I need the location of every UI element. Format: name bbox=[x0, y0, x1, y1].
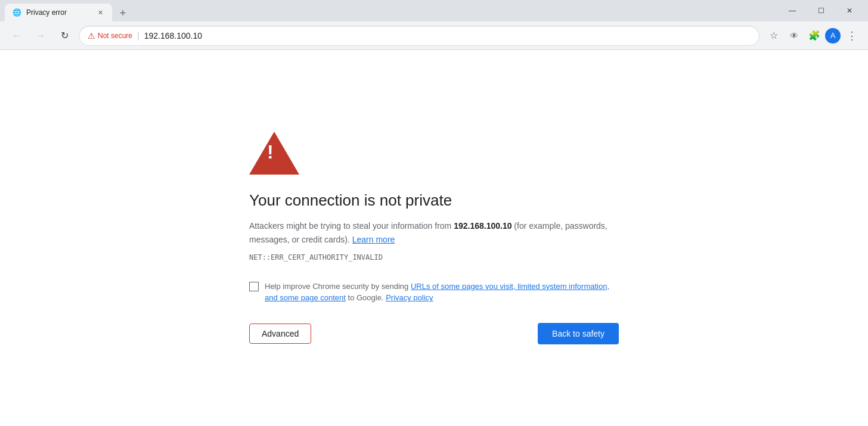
tracking-protection-button[interactable]: 👁 bbox=[785, 26, 804, 45]
reload-button[interactable]: ↻ bbox=[55, 26, 74, 45]
back-icon: ← bbox=[12, 30, 21, 41]
puzzle-icon: 🧩 bbox=[808, 30, 820, 41]
tab-close-icon[interactable]: ✕ bbox=[95, 8, 105, 17]
security-warning: ⚠ Not secure bbox=[88, 31, 132, 41]
checkbox-text-before: Help improve Chrome security by sending bbox=[265, 282, 408, 291]
new-tab-button[interactable]: + bbox=[114, 5, 131, 21]
error-code: NET::ERR_CERT_AUTHORITY_INVALID bbox=[249, 253, 383, 262]
extensions-button[interactable]: 🧩 bbox=[805, 26, 824, 45]
tab-title: Privacy error bbox=[26, 8, 91, 17]
address-bar[interactable]: ⚠ Not secure | 192.168.100.10 bbox=[79, 26, 760, 46]
active-tab[interactable]: 🌐 Privacy error ✕ bbox=[5, 4, 112, 21]
back-to-safety-button[interactable]: Back to safety bbox=[538, 323, 619, 344]
checkbox-area: Help improve Chrome security by sending … bbox=[249, 281, 619, 304]
page-content: Your connection is not private Attackers… bbox=[0, 50, 868, 426]
forward-button[interactable]: → bbox=[31, 26, 50, 45]
buttons-row: Advanced Back to safety bbox=[249, 323, 619, 344]
window-controls: — ☐ ✕ bbox=[779, 1, 863, 20]
warning-icon: ⚠ bbox=[88, 31, 95, 41]
back-button[interactable]: ← bbox=[7, 26, 26, 45]
address-separator: | bbox=[137, 31, 140, 41]
checkbox-label: Help improve Chrome security by sending … bbox=[265, 281, 619, 304]
error-url: 192.168.100.10 bbox=[454, 221, 512, 231]
error-description: Attackers might be trying to steal your … bbox=[249, 219, 619, 246]
nav-bar: ← → ↻ ⚠ Not secure | 192.168.100.10 ☆ 👁 … bbox=[0, 21, 868, 50]
nav-right-icons: ☆ 👁 🧩 A ⋮ bbox=[764, 26, 861, 45]
learn-more-link[interactable]: Learn more bbox=[352, 235, 395, 244]
title-bar: 🌐 Privacy error ✕ + — ☐ ✕ bbox=[0, 0, 868, 21]
reload-icon: ↻ bbox=[61, 30, 69, 41]
profile-button[interactable]: A bbox=[825, 28, 841, 43]
maximize-button[interactable]: ☐ bbox=[807, 1, 835, 20]
bookmark-button[interactable]: ☆ bbox=[764, 26, 783, 45]
security-label: Not secure bbox=[98, 32, 132, 40]
menu-icon: ⋮ bbox=[847, 30, 857, 41]
star-icon: ☆ bbox=[770, 30, 778, 41]
security-checkbox[interactable] bbox=[249, 282, 259, 291]
warning-icon-container bbox=[249, 132, 299, 177]
tab-bar: 🌐 Privacy error ✕ + bbox=[5, 0, 779, 21]
privacy-policy-link[interactable]: Privacy policy bbox=[386, 293, 433, 302]
warning-triangle-icon bbox=[249, 132, 299, 175]
url-text: 192.168.100.10 bbox=[144, 31, 751, 41]
error-title: Your connection is not private bbox=[249, 191, 452, 210]
error-container: Your connection is not private Attackers… bbox=[225, 120, 643, 356]
close-button[interactable]: ✕ bbox=[836, 1, 863, 20]
eye-icon: 👁 bbox=[790, 31, 798, 41]
description-before: Attackers might be trying to steal your … bbox=[249, 221, 451, 231]
tab-favicon-icon: 🌐 bbox=[12, 8, 21, 17]
minimize-button[interactable]: — bbox=[779, 1, 806, 20]
browser-window: 🌐 Privacy error ✕ + — ☐ ✕ ← → ↻ ⚠ Not se… bbox=[0, 0, 868, 426]
forward-icon: → bbox=[36, 30, 45, 41]
advanced-button[interactable]: Advanced bbox=[249, 324, 311, 344]
checkbox-text-after: to Google. bbox=[348, 293, 384, 302]
menu-button[interactable]: ⋮ bbox=[842, 26, 861, 45]
